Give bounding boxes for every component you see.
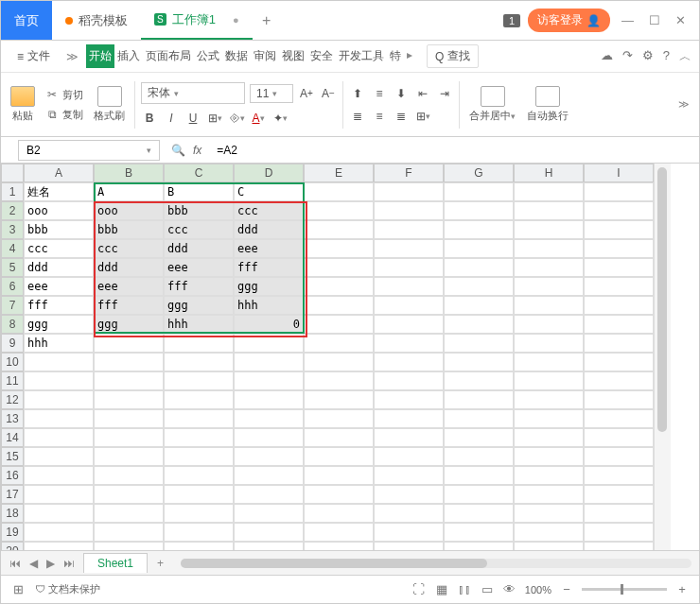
login-button[interactable]: 访客登录👤 [528, 9, 610, 32]
row-header[interactable]: 10 [1, 353, 24, 371]
cell[interactable] [374, 371, 444, 390]
zoom-in-button[interactable]: + [674, 582, 690, 597]
scrollbar-thumb[interactable] [657, 167, 667, 432]
cell[interactable] [444, 296, 514, 315]
effects-button[interactable]: ✦▾ [271, 110, 289, 127]
cell[interactable] [444, 447, 514, 466]
cell[interactable] [234, 504, 304, 523]
menu-tab-data[interactable]: 数据 [222, 44, 251, 68]
cell[interactable] [94, 353, 164, 371]
cell[interactable] [94, 428, 164, 447]
align-middle-button[interactable]: ≡ [371, 85, 388, 102]
cell[interactable] [584, 390, 654, 409]
column-header[interactable]: H [514, 164, 584, 182]
row-header[interactable]: 19 [1, 523, 24, 542]
cell[interactable] [164, 523, 234, 542]
cell[interactable]: hhh [24, 334, 94, 353]
cell[interactable] [514, 296, 584, 315]
align-left-button[interactable]: ≣ [349, 108, 366, 125]
cell[interactable] [234, 390, 304, 409]
cell[interactable]: fff [24, 296, 94, 315]
cell[interactable] [304, 466, 374, 485]
cell[interactable] [304, 201, 374, 220]
cell[interactable] [444, 201, 514, 220]
cell[interactable] [514, 182, 584, 201]
cell[interactable]: eee [164, 258, 234, 277]
cell[interactable] [374, 296, 444, 315]
row-header[interactable]: 14 [1, 428, 24, 447]
sheet-tab[interactable]: Sheet1 [83, 553, 148, 573]
cell[interactable]: hhh [234, 296, 304, 315]
menu-tab-extra[interactable]: 特 [387, 44, 404, 68]
row-header[interactable]: 18 [1, 504, 24, 523]
reading-view-icon[interactable]: ▭ [480, 582, 495, 597]
cell[interactable]: hhh [164, 315, 234, 334]
cell[interactable] [374, 504, 444, 523]
cell[interactable] [164, 409, 234, 428]
cell[interactable]: ddd [234, 220, 304, 239]
cell[interactable] [584, 296, 654, 315]
cell[interactable] [94, 542, 164, 550]
cell[interactable] [444, 258, 514, 277]
cell[interactable] [164, 485, 234, 504]
close-tab-icon[interactable]: ● [233, 14, 239, 26]
cell[interactable]: ccc [234, 201, 304, 220]
cell[interactable] [94, 523, 164, 542]
row-header[interactable]: 17 [1, 485, 24, 504]
cell[interactable] [514, 428, 584, 447]
cell[interactable] [514, 220, 584, 239]
cell[interactable]: fff [234, 258, 304, 277]
cell[interactable] [304, 447, 374, 466]
cell[interactable] [514, 504, 584, 523]
add-sheet-button[interactable]: + [148, 557, 173, 570]
cell[interactable] [24, 371, 94, 390]
cell[interactable] [444, 239, 514, 258]
increase-font-button[interactable]: A+ [298, 85, 315, 102]
menu-tab-view[interactable]: 视图 [279, 44, 307, 68]
row-header[interactable]: 11 [1, 371, 24, 390]
cell[interactable] [444, 371, 514, 390]
row-header[interactable]: 20 [1, 542, 24, 550]
decrease-font-button[interactable]: A− [320, 85, 337, 102]
cell[interactable] [444, 315, 514, 334]
cell[interactable]: ccc [24, 239, 94, 258]
cell[interactable] [444, 220, 514, 239]
cell[interactable] [24, 409, 94, 428]
cell[interactable] [514, 353, 584, 371]
cell[interactable] [374, 428, 444, 447]
column-header[interactable]: I [584, 164, 654, 182]
cell[interactable] [304, 409, 374, 428]
cell[interactable]: ddd [24, 258, 94, 277]
file-menu[interactable]: ≡文件 [9, 44, 59, 68]
cell[interactable] [374, 334, 444, 353]
cell[interactable] [304, 258, 374, 277]
cell[interactable] [234, 428, 304, 447]
cell[interactable] [304, 277, 374, 296]
cell[interactable] [444, 353, 514, 371]
menu-tab-layout[interactable]: 页面布局 [143, 44, 194, 68]
cell[interactable] [304, 390, 374, 409]
cell[interactable]: bbb [94, 220, 164, 239]
cell[interactable]: 姓名 [24, 182, 94, 201]
cell[interactable] [514, 542, 584, 550]
cell[interactable]: eee [234, 239, 304, 258]
cell[interactable] [444, 466, 514, 485]
notification-badge[interactable]: 1 [503, 14, 520, 27]
cell[interactable] [304, 220, 374, 239]
cell[interactable] [444, 523, 514, 542]
cell[interactable] [234, 371, 304, 390]
format-painter-button[interactable]: 格式刷 [90, 86, 129, 123]
cell[interactable] [584, 466, 654, 485]
column-header[interactable]: B [94, 164, 164, 182]
row-header[interactable]: 7 [1, 296, 24, 315]
menu-tab-review[interactable]: 审阅 [251, 44, 279, 68]
cell[interactable] [584, 258, 654, 277]
paste-group[interactable]: 粘贴 [7, 86, 39, 123]
menu-tab-formula[interactable]: 公式 [194, 44, 222, 68]
cut-button[interactable]: ✂剪切 [43, 86, 86, 104]
cell[interactable] [584, 353, 654, 371]
row-header[interactable]: 1 [1, 182, 24, 201]
cell[interactable] [374, 542, 444, 550]
cell[interactable] [584, 277, 654, 296]
cell[interactable] [514, 239, 584, 258]
